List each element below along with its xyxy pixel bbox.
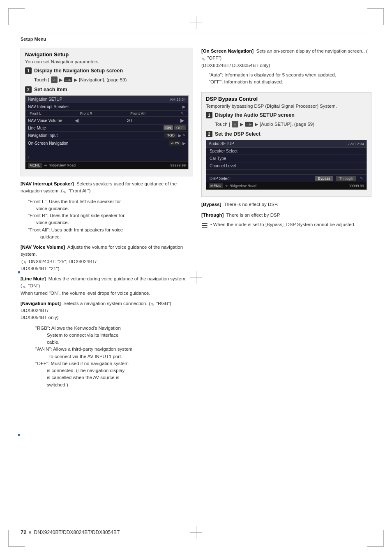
- page-footer: 72 DNX9240BT/DDX8024BT/DDX8054BT: [21, 529, 120, 535]
- off-btn[interactable]: OFF: [174, 125, 186, 130]
- channel-level-row: Channel Level: [206, 162, 367, 170]
- arrow2: ▶: [74, 77, 77, 83]
- on-screen-nav-row: On-Screen Navigation Auto ▶: [25, 139, 188, 147]
- dsp-title: DSP Bypass Control: [206, 96, 367, 102]
- through-btn[interactable]: Through: [336, 176, 356, 181]
- distance: 99999.99: [170, 163, 186, 167]
- dsp-bypass-box: DSP Bypass Control Temporarily bypassing…: [201, 92, 371, 197]
- on-btn[interactable]: ON: [164, 125, 173, 130]
- nav-input-value: RGB: [164, 133, 177, 138]
- nav-input-term: [Navigation Input]: [21, 301, 61, 306]
- dsp-home-icon: ⌂: [232, 121, 238, 127]
- corner-mark-br: [367, 530, 384, 547]
- blank-audio-row: [206, 170, 367, 175]
- on-screen-value: Auto: [169, 141, 181, 146]
- vol-arrow-right[interactable]: ▶: [179, 118, 186, 123]
- dsp-select-label: DSP Select: [210, 176, 312, 181]
- left-dots2: [18, 434, 20, 436]
- nav-setup-title: Navigation Setup: [25, 51, 189, 58]
- on-screen-label: On-Screen Navigation: [28, 141, 169, 146]
- audio-screen-header: Audio SETUP AM 12:34: [206, 140, 367, 148]
- page-number: 72: [21, 529, 26, 535]
- line-mute-desc: [Line Mute] Mutes the volume during voic…: [21, 275, 193, 297]
- line-mute-row: Line Mute ON OFF: [25, 125, 188, 132]
- main-columns: Navigation Setup You can set Navigation …: [21, 48, 371, 393]
- step1-number: 1: [25, 67, 32, 74]
- nav-off-desc: "OFF": Must be used if no navigation sys…: [35, 360, 193, 388]
- front-options-row: Front L Front R Front All ✎: [25, 111, 188, 117]
- menu-btn[interactable]: MENU: [28, 163, 42, 168]
- dsp-step2-header: 2 Set the DSP Select: [206, 131, 367, 137]
- dsp-select-row: DSP Select Bypass Through ✎: [206, 175, 367, 182]
- nav-voice-vol-row: NAV Voice Volume ◀ 30 ▶: [25, 117, 188, 125]
- nav-voice-vol-label: NAV Voice Volume: [28, 118, 73, 123]
- pencil-icon4: ✎: [150, 301, 155, 306]
- off-desc: "OFF": Information is not displayed.: [209, 79, 371, 86]
- front-l-desc: "Front L": Uses the front left side spea…: [28, 198, 193, 213]
- front-r: Front R: [80, 111, 128, 116]
- home-icon: ⌂: [51, 76, 58, 83]
- bypass-term: [Bypass]: [201, 202, 221, 207]
- front-all-desc: "Front All": Uses both front speakers fo…: [28, 227, 193, 241]
- audio-menu-btn[interactable]: MENU: [209, 183, 223, 188]
- nav-input-label: Navigation Input: [28, 133, 164, 138]
- audio-footer-arrow: ➜: [225, 184, 228, 188]
- note-box: ☰ • When the mode is set to [Bypass], DS…: [201, 222, 371, 230]
- through-term: [Through]: [201, 213, 224, 217]
- dsp-subtitle: Temporarily bypassing DSP (Digital Signa…: [206, 104, 367, 109]
- note-icon: ☰: [201, 221, 208, 230]
- header-line: Setup Menu: [21, 33, 371, 42]
- through-desc: There is an effect by DSP.: [226, 213, 281, 217]
- speaker-select-row: Speaker Select: [206, 148, 367, 155]
- car-type-label: Car Type: [210, 156, 226, 161]
- bypass-desc-block: [Bypass] There is no effect by DSP.: [201, 201, 371, 208]
- step1-header: 1 Display the Navigation Setup screen: [25, 67, 189, 74]
- nav-screen-footer: MENU ➜ Ridgeview Road 99999.99: [25, 162, 188, 169]
- left-column: Navigation Setup You can set Navigation …: [21, 48, 193, 393]
- nav-screen-title: Navigation SETUP: [28, 97, 62, 102]
- road-name: Ridgeview Road: [49, 163, 169, 167]
- bypass-desc: There is no effect by DSP.: [224, 202, 279, 207]
- nav-setup-box: Navigation Setup You can set Navigation …: [21, 48, 193, 176]
- nav-input-edit: ✎: [182, 133, 186, 137]
- pencil-icon2: ✎: [23, 259, 28, 264]
- step2-header: 2 Set each item: [25, 86, 189, 93]
- car-type-row: Car Type: [206, 155, 367, 162]
- nav-voice-vol-desc: [NAV Voice Volume] Adjusts the volume fo…: [21, 244, 193, 272]
- blank-row1: [25, 147, 188, 154]
- dsp-step2-title: Set the DSP Select: [215, 131, 261, 137]
- dash-icon: —▶: [64, 77, 72, 82]
- note-content: • When the mode is set to [Bypass], DSP …: [210, 222, 355, 227]
- nav-screen-header: Navigation SETUP AM 12:34: [25, 96, 188, 103]
- dsp-bracket: [Audio SETUP]. (page 59): [260, 122, 314, 127]
- nav-interrupt-label: NAV Interrupt Speaker: [28, 104, 182, 109]
- vol-arrow-left[interactable]: ◀: [73, 118, 80, 123]
- note-text: When the mode is set to [Bypass], DSP Sy…: [213, 222, 355, 227]
- on-screen-model: (DDX8024BT/ DDX8054BT only): [201, 63, 270, 68]
- corner-mark-tr: [367, 8, 384, 25]
- nav-interrupt-desc: [NAV Interrupt Speaker] Selects speakers…: [21, 180, 193, 195]
- on-screen-arrow: ▶: [182, 141, 186, 146]
- slash-icon: /: [28, 156, 29, 160]
- dsp-arrow1: ▶: [240, 122, 243, 127]
- nav-interrupt-arrow: ▶: [182, 104, 186, 109]
- pencil-icon5: ✎: [201, 56, 206, 61]
- dsp-touch-label: Touch [: [215, 122, 230, 127]
- front-r-desc: "Front R": Uses the front right side spe…: [28, 212, 193, 227]
- audio-distance: 99999.99: [348, 184, 364, 188]
- step2-number: 2: [25, 86, 32, 93]
- touch-label: Touch [: [34, 77, 49, 82]
- nav-rgb-desc: "RGB": Allows the Kenwood's NavigationSy…: [35, 325, 193, 346]
- nav-setup-screen: Navigation SETUP AM 12:34 NAV Interrupt …: [25, 95, 189, 169]
- arrow1: ▶: [59, 77, 62, 83]
- on-screen-nav-desc-text: Sets an on-screen display of the navigat…: [256, 49, 364, 53]
- step2-title: Set each item: [34, 87, 67, 92]
- on-screen-nav-desc-block: [On Screen Navigation] Sets an on-screen…: [201, 48, 371, 69]
- bypass-btn[interactable]: Bypass: [315, 176, 334, 181]
- audio-screen-footer: MENU ➜ Ridgeview Road 99999.99: [206, 182, 367, 190]
- page-container: Setup Menu Navigation Setup You can set …: [0, 0, 392, 555]
- dsp-step1-header: 1 Display the Audio SETUP screen: [206, 112, 367, 118]
- nav-avin-desc: "AV-IN": Allows a third-party navigation…: [35, 346, 193, 360]
- corner-mark-tl: [8, 8, 25, 25]
- audio-screen-title: Audio SETUP: [209, 141, 234, 146]
